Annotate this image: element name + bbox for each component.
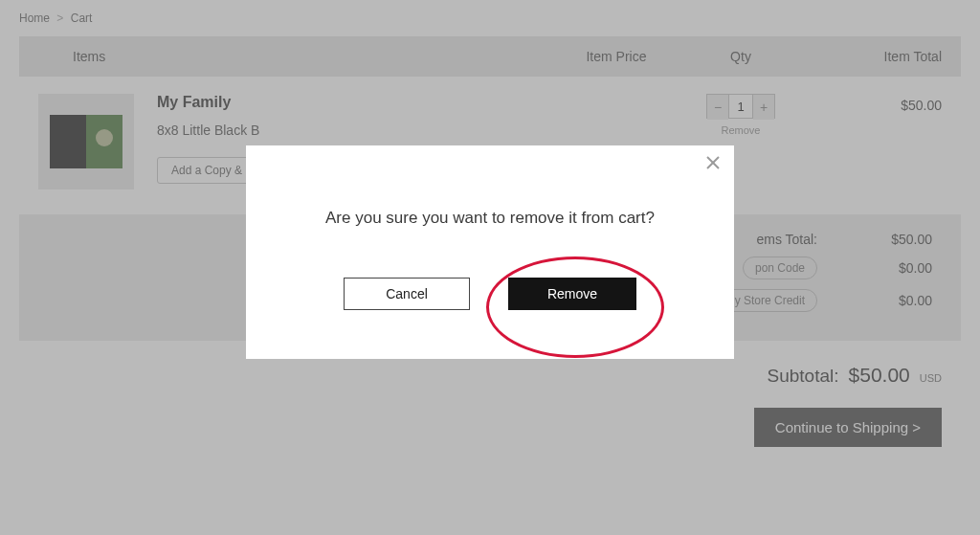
remove-confirmation-modal: Are you sure you want to remove it from … xyxy=(246,145,734,359)
cancel-button[interactable]: Cancel xyxy=(344,278,470,310)
close-icon[interactable] xyxy=(705,155,721,170)
modal-message: Are you sure you want to remove it from … xyxy=(246,209,734,228)
remove-button[interactable]: Remove xyxy=(508,278,636,310)
